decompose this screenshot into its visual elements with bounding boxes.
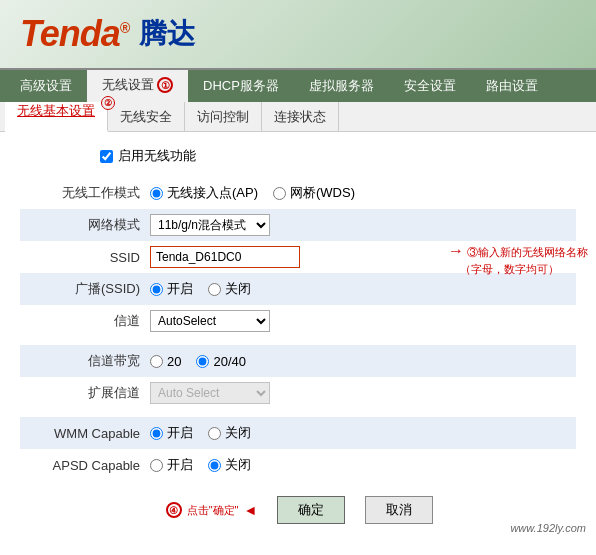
radio-apsd-off-text: 关闭 bbox=[225, 456, 251, 474]
radio-bw-20[interactable] bbox=[150, 355, 163, 368]
subnav-status[interactable]: 连接状态 bbox=[262, 102, 339, 132]
table-row-bandwidth: 信道带宽 20 20/40 bbox=[20, 345, 576, 377]
radio-wmm-on-label[interactable]: 开启 bbox=[150, 424, 193, 442]
table-row-broadcast: 广播(SSID) 开启 关闭 bbox=[20, 273, 576, 305]
radio-wds[interactable] bbox=[273, 187, 286, 200]
spacer-row-2 bbox=[20, 409, 576, 417]
header: Tenda® 腾达 bbox=[0, 0, 596, 70]
select-network-mode[interactable]: 11b/g/n混合模式 bbox=[150, 214, 270, 236]
logo-en-text: Tenda bbox=[20, 13, 120, 54]
value-mode: 无线接入点(AP) 网桥(WDS) bbox=[150, 177, 576, 209]
value-ext-channel: Auto Select bbox=[150, 377, 576, 409]
radio-apsd-on-text: 开启 bbox=[167, 456, 193, 474]
radio-group-broadcast: 开启 关闭 bbox=[150, 280, 576, 298]
bottom-annotation-text: 点击"确定" bbox=[187, 503, 239, 518]
radio-wmm-on[interactable] bbox=[150, 427, 163, 440]
circle-1-annotation: ① bbox=[157, 77, 173, 93]
radio-broadcast-on-text: 开启 bbox=[167, 280, 193, 298]
label-bandwidth: 信道带宽 bbox=[20, 345, 150, 377]
radio-wds-text: 网桥(WDS) bbox=[290, 184, 355, 202]
enable-wireless-label[interactable]: 启用无线功能 bbox=[118, 147, 196, 165]
nav-item-virtual[interactable]: 虚拟服务器 bbox=[294, 70, 389, 102]
radio-broadcast-on-label[interactable]: 开启 bbox=[150, 280, 193, 298]
radio-wds-label[interactable]: 网桥(WDS) bbox=[273, 184, 355, 202]
label-broadcast: 广播(SSID) bbox=[20, 273, 150, 305]
radio-group-wmm: 开启 关闭 bbox=[150, 424, 576, 442]
value-apsd: 开启 关闭 bbox=[150, 449, 576, 481]
value-wmm: 开启 关闭 bbox=[150, 417, 576, 449]
radio-wmm-on-text: 开启 bbox=[167, 424, 193, 442]
logo-tenda: Tenda® bbox=[20, 13, 129, 55]
value-broadcast: 开启 关闭 bbox=[150, 273, 576, 305]
nav-item-security[interactable]: 安全设置 bbox=[389, 70, 471, 102]
radio-bw-2040-text: 20/40 bbox=[213, 354, 246, 369]
label-ssid: SSID bbox=[20, 241, 150, 273]
radio-broadcast-off[interactable] bbox=[208, 283, 221, 296]
select-channel[interactable]: AutoSelect bbox=[150, 310, 270, 332]
radio-bw-2040[interactable] bbox=[196, 355, 209, 368]
enable-row: 启用无线功能 bbox=[20, 147, 576, 165]
top-nav: 高级设置 无线设置 ① DHCP服务器 虚拟服务器 安全设置 路由设置 bbox=[0, 70, 596, 102]
value-bandwidth: 20 20/40 bbox=[150, 345, 576, 377]
bottom-annotation: ④ 点击"确定" ◄ bbox=[163, 502, 258, 518]
radio-broadcast-on[interactable] bbox=[150, 283, 163, 296]
annotation-arrow: → bbox=[448, 242, 464, 259]
form-table: 无线工作模式 无线接入点(AP) 网桥(WDS) 网络模式 bbox=[20, 177, 576, 481]
radio-group-apsd: 开启 关闭 bbox=[150, 456, 576, 474]
cancel-button[interactable]: 取消 bbox=[365, 496, 433, 524]
radio-group-mode: 无线接入点(AP) 网桥(WDS) bbox=[150, 184, 576, 202]
enable-wireless-checkbox[interactable] bbox=[100, 150, 113, 163]
subnav-access[interactable]: 访问控制 bbox=[185, 102, 262, 132]
radio-apsd-on[interactable] bbox=[150, 459, 163, 472]
annotation-text-line2: （字母，数字均可） bbox=[448, 263, 559, 275]
label-wmm: WMM Capable bbox=[20, 417, 150, 449]
ssid-annotation: → ③输入新的无线网络名称 （字母，数字均可） bbox=[448, 240, 588, 278]
radio-bw-20-text: 20 bbox=[167, 354, 181, 369]
radio-bw-2040-label[interactable]: 20/40 bbox=[196, 354, 246, 369]
logo-reg: ® bbox=[120, 20, 129, 36]
label-channel: 信道 bbox=[20, 305, 150, 337]
bottom-annotation-arrow: ◄ bbox=[243, 502, 257, 518]
watermark: www.192ly.com bbox=[510, 522, 586, 534]
value-channel: AutoSelect bbox=[150, 305, 576, 337]
nav-item-router[interactable]: 路由设置 bbox=[471, 70, 553, 102]
select-ext-channel[interactable]: Auto Select bbox=[150, 382, 270, 404]
nav-item-dhcp[interactable]: DHCP服务器 bbox=[188, 70, 294, 102]
main-content: 启用无线功能 无线工作模式 无线接入点(AP) 网桥(WDS) bbox=[0, 132, 596, 539]
radio-broadcast-off-label[interactable]: 关闭 bbox=[208, 280, 251, 298]
table-row-network-mode: 网络模式 11b/g/n混合模式 bbox=[20, 209, 576, 241]
radio-bw-20-label[interactable]: 20 bbox=[150, 354, 181, 369]
radio-apsd-off[interactable] bbox=[208, 459, 221, 472]
radio-broadcast-off-text: 关闭 bbox=[225, 280, 251, 298]
nav-item-advanced[interactable]: 高级设置 bbox=[5, 70, 87, 102]
table-row-channel: 信道 AutoSelect bbox=[20, 305, 576, 337]
logo-chinese: 腾达 bbox=[139, 15, 195, 53]
radio-apsd-off-label[interactable]: 关闭 bbox=[208, 456, 251, 474]
table-row-wmm: WMM Capable 开启 关闭 bbox=[20, 417, 576, 449]
radio-wmm-off-label[interactable]: 关闭 bbox=[208, 424, 251, 442]
circle-4-annotation: ④ bbox=[166, 502, 182, 518]
confirm-button[interactable]: 确定 bbox=[277, 496, 345, 524]
radio-ap[interactable] bbox=[150, 187, 163, 200]
nav-wireless-label: 无线设置 bbox=[102, 76, 154, 94]
label-mode: 无线工作模式 bbox=[20, 177, 150, 209]
label-apsd: APSD Capable bbox=[20, 449, 150, 481]
subnav-basic-label: 无线基本设置 bbox=[17, 103, 95, 118]
radio-wmm-off-text: 关闭 bbox=[225, 424, 251, 442]
radio-wmm-off[interactable] bbox=[208, 427, 221, 440]
annotation-text-line1: ③输入新的无线网络名称 bbox=[467, 246, 588, 258]
ssid-input[interactable] bbox=[150, 246, 300, 268]
radio-ap-text: 无线接入点(AP) bbox=[167, 184, 258, 202]
spacer-row bbox=[20, 337, 576, 345]
radio-group-bandwidth: 20 20/40 bbox=[150, 354, 576, 369]
sub-nav: 无线基本设置 ② 无线安全 访问控制 连接状态 bbox=[0, 102, 596, 132]
circle-2-annotation: ② bbox=[101, 96, 115, 110]
table-row-apsd: APSD Capable 开启 关闭 bbox=[20, 449, 576, 481]
radio-ap-label[interactable]: 无线接入点(AP) bbox=[150, 184, 258, 202]
radio-apsd-on-label[interactable]: 开启 bbox=[150, 456, 193, 474]
subnav-basic[interactable]: 无线基本设置 ② bbox=[5, 102, 108, 132]
label-ext-channel: 扩展信道 bbox=[20, 377, 150, 409]
subnav-security[interactable]: 无线安全 bbox=[108, 102, 185, 132]
table-row-ext-channel: 扩展信道 Auto Select bbox=[20, 377, 576, 409]
label-network-mode: 网络模式 bbox=[20, 209, 150, 241]
